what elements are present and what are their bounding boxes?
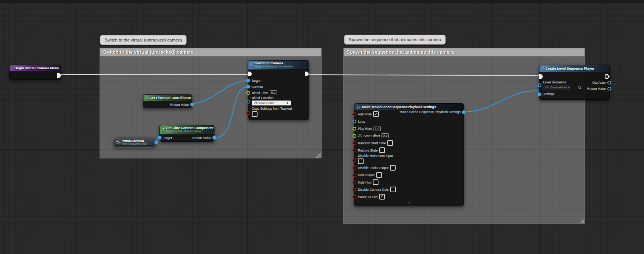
restore-state-checkbox[interactable] (379, 147, 385, 153)
pin-label: Play Rate (358, 127, 372, 131)
pin-label-target: Target (251, 79, 261, 83)
output-row: Movie Scene Sequence Playback Settings (397, 109, 464, 115)
node-subtitle: Target is Pixotope Coordinator (254, 65, 293, 69)
exec-in-pin[interactable] (539, 74, 543, 79)
target-pin[interactable] (158, 136, 161, 139)
node-subtitle: Target is Cine Camera Actor (166, 130, 213, 133)
use-asset-arrow-icon[interactable]: ← (573, 86, 576, 89)
variable-name: VirtualCamera1 (122, 139, 147, 143)
blend-function-value: VTBlend Cubic (254, 101, 274, 105)
pause-at-end-checkbox[interactable]: ✓ (379, 194, 385, 200)
node-title: Get Pixotope Coordinator (149, 96, 191, 100)
function-icon: f (146, 95, 147, 101)
custom-event-icon (12, 66, 13, 70)
comment-tooltip: Spawn the sequence that animates this ca… (344, 35, 446, 45)
pause-at-end-pin[interactable] (353, 195, 356, 199)
pin-label-out-actor: Out Actor (592, 81, 606, 85)
blend-time-pin[interactable] (246, 91, 250, 95)
pin-label-settings: Settings (543, 92, 554, 96)
collapse-arrow-icon[interactable]: ▲ (354, 200, 464, 205)
pin-label: Restore State (358, 149, 378, 152)
exec-out-pin[interactable] (305, 72, 309, 76)
target-pin[interactable] (246, 79, 250, 82)
restore-state-pin[interactable] (353, 149, 356, 152)
pin-label-return-value: Return Value (587, 87, 606, 91)
loop-pin[interactable] (353, 120, 356, 123)
pin-label: Loop (358, 120, 365, 123)
node-title: Create Level Sequence Player (545, 67, 594, 70)
camera-pin[interactable] (246, 85, 250, 88)
pin-label-copy-settings: Copy Settings from Tracked (252, 107, 292, 110)
start-offset-input[interactable]: 0.0 (382, 133, 389, 138)
hide-player-checkbox[interactable] (376, 172, 382, 178)
resize-handle[interactable] (316, 153, 321, 158)
pin-label-blend-function: Blend Function (252, 96, 291, 100)
return-value-pin[interactable] (190, 103, 194, 106)
node-title: Begin Virtual Camera Move (14, 66, 59, 70)
random-start-time-checkbox[interactable] (387, 140, 393, 146)
resize-handle[interactable] (579, 218, 584, 223)
search-icon[interactable] (578, 86, 581, 89)
node-get-pixotope-coordinator[interactable]: f Get Pixotope Coordinator Return Value (143, 94, 192, 108)
pin-label: Disable Camera Cuts (358, 188, 389, 192)
node-make-playback-settings[interactable]: }= Make MovieSceneSequencePlaybackSettin… (354, 103, 464, 206)
return-value-pin[interactable] (607, 87, 611, 91)
blend-function-dropdown[interactable]: VTBlend Cubic ▼ (252, 101, 291, 105)
hide-player-pin[interactable] (353, 173, 356, 177)
canvas-top-edge (0, 0, 644, 3)
pin-label-output: Movie Scene Sequence Playback Settings (399, 110, 460, 114)
copy-settings-checkbox[interactable] (252, 111, 258, 117)
disable-look-at-input-checkbox[interactable] (390, 165, 396, 171)
pin-label-return-value: Return Value (192, 136, 211, 140)
pin-label: Hide Hud (358, 181, 371, 184)
function-icon: f (162, 127, 164, 132)
disable-camera-cuts-checkbox[interactable] (390, 187, 396, 192)
exec-out-pin[interactable] (57, 73, 61, 78)
blend-function-pin[interactable] (246, 100, 250, 104)
settings-out-pin[interactable] (462, 110, 465, 114)
auto-play-pin[interactable] (353, 112, 356, 116)
hide-hud-checkbox[interactable] (373, 179, 378, 185)
comment-title[interactable]: Spawn the sequence that animates this ca… (344, 48, 584, 56)
play-rate-input[interactable]: 1.0 (374, 126, 381, 131)
pin-label-blend-time: Blend Time (252, 91, 268, 95)
blend-time-input[interactable]: 0.0 (270, 90, 277, 95)
out-actor-pin[interactable] (607, 81, 611, 85)
disable-movement-input-pin[interactable] (353, 158, 356, 162)
level-sequence-value: LS_CameraMove (545, 85, 567, 90)
copy-settings-pin[interactable] (246, 111, 250, 115)
disable-movement-input-checkbox[interactable] (358, 158, 364, 164)
exec-out-pin[interactable] (605, 74, 610, 79)
blueprint-graph[interactable]: Switch to the virtual (untracked) camera… (0, 0, 644, 254)
node-get-cine-camera-component[interactable]: f Get Cine Camera Component Target is Ci… (159, 125, 214, 142)
node-begin-virtual-camera-move[interactable]: Begin Virtual Camera Move (9, 65, 61, 80)
function-icon: f (542, 66, 543, 71)
comment-title[interactable]: Switch to the virtual (untracked) camera (100, 48, 321, 56)
camera-icon (116, 141, 121, 144)
hide-hud-pin[interactable] (353, 181, 356, 184)
settings-pin[interactable] (538, 93, 541, 96)
disable-look-at-input-pin[interactable] (353, 166, 356, 170)
variable-out-pin[interactable] (155, 141, 158, 144)
pin-label: Hide Player (358, 173, 375, 177)
disable-camera-cuts-pin[interactable] (353, 188, 356, 192)
pin-label: Disable Movement Input (358, 154, 393, 158)
node-title: Make MovieSceneSequencePlaybackSettings (362, 105, 436, 109)
node-switch-to-camera[interactable]: f Switch to Camera Target is Pixotope Co… (248, 60, 309, 120)
level-sequence-pin[interactable] (538, 83, 541, 87)
start-offset-pin[interactable] (353, 134, 356, 138)
function-icon: f (251, 62, 252, 67)
play-rate-pin[interactable] (353, 127, 356, 131)
pin-label-camera: Camera (251, 85, 263, 89)
random-start-time-pin[interactable] (353, 141, 356, 145)
comment-tooltip: Switch to the virtual (untracked) camera (100, 35, 187, 45)
dropdown-caret-icon: ▾ (568, 85, 570, 90)
variable-level: from Persistent Level (122, 142, 147, 145)
node-virtualcamera1[interactable]: VirtualCamera1 from Persistent Level (113, 137, 157, 148)
level-sequence-dropdown[interactable]: LS_CameraMove ▾ (543, 85, 572, 90)
pin-label-level-sequence: Level Sequence (543, 80, 581, 84)
node-create-level-sequence-player[interactable]: f Create Level Sequence Player Level Seq… (539, 65, 610, 100)
exec-in-pin[interactable] (248, 72, 252, 76)
auto-play-checkbox[interactable]: ✓ (373, 111, 379, 117)
pin-label: Pause At End (358, 195, 378, 199)
